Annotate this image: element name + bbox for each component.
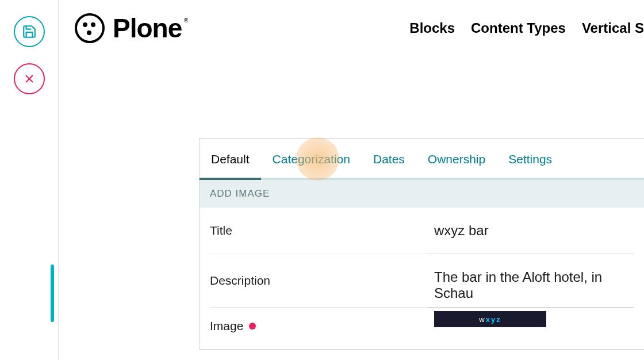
edge-indicator: [51, 265, 54, 322]
field-row-title: Title wxyz bar: [200, 208, 644, 254]
field-label-title: Title: [210, 208, 428, 254]
logo[interactable]: Plone®: [75, 13, 182, 44]
tab-ownership[interactable]: Ownership: [416, 139, 497, 178]
save-button[interactable]: [14, 16, 45, 47]
main-area: Plone® Blocks Content Types Vertical S D…: [59, 0, 644, 360]
top-nav: Blocks Content Types Vertical S: [409, 20, 644, 36]
field-label-description: Description: [210, 254, 428, 308]
required-indicator-icon: [249, 323, 256, 330]
edit-form-panel: Default Categorization Dates Ownership S…: [199, 138, 644, 350]
form-tabs: Default Categorization Dates Ownership S…: [200, 139, 644, 180]
tab-dates[interactable]: Dates: [362, 139, 416, 178]
nav-vertical-s[interactable]: Vertical S: [582, 20, 644, 36]
tab-categorization[interactable]: Categorization: [261, 139, 362, 178]
image-upload[interactable]: wxyz: [428, 308, 634, 349]
tab-default[interactable]: Default: [200, 139, 261, 178]
field-row-image: Image wxyz: [200, 308, 644, 349]
floppy-icon: [22, 24, 37, 39]
tab-settings[interactable]: Settings: [497, 139, 564, 178]
nav-content-types[interactable]: Content Types: [471, 20, 566, 36]
plone-logo-icon: [75, 13, 105, 43]
close-icon: [22, 72, 36, 86]
edit-toolbar: [0, 0, 59, 360]
nav-blocks[interactable]: Blocks: [409, 20, 455, 36]
field-row-description: Description The bar in the Aloft hotel, …: [200, 254, 644, 308]
image-thumbnail: wxyz: [434, 311, 546, 327]
logo-text: Plone®: [113, 13, 182, 44]
title-input[interactable]: wxyz bar: [428, 208, 634, 254]
header: Plone® Blocks Content Types Vertical S: [59, 0, 644, 44]
description-input[interactable]: The bar in the Aloft hotel, in Schau: [428, 254, 634, 308]
cancel-button[interactable]: [14, 63, 45, 94]
field-label-image: Image: [210, 308, 428, 349]
section-add-image: ADD IMAGE: [200, 180, 644, 208]
